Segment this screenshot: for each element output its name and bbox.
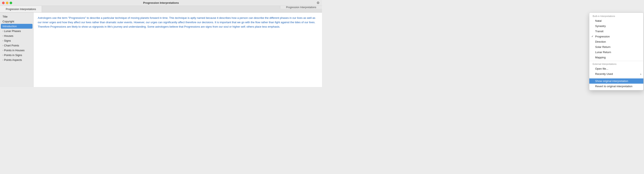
sidebar-item-lunar-phases[interactable]: › Lunar Phases <box>0 29 33 33</box>
sidebar-item-houses[interactable]: › Houses <box>0 33 33 38</box>
minimize-button[interactable] <box>6 2 8 4</box>
chevron-icon: › <box>2 59 3 61</box>
close-button[interactable] <box>2 2 4 4</box>
tab-progression-right[interactable]: Progression Interpretations <box>280 6 322 9</box>
content-text: Astrologers use the term "Progressions" … <box>38 16 318 29</box>
main-layout: Title Copyright Introduction › Lunar Pha… <box>0 12 322 87</box>
sidebar: Title Copyright Introduction › Lunar Pha… <box>0 12 34 87</box>
sidebar-item-introduction[interactable]: Introduction <box>1 24 32 29</box>
window-controls <box>2 2 12 4</box>
chevron-icon: › <box>2 35 3 37</box>
titlebar: Progression Interpretations ⚙ <box>0 0 322 6</box>
chevron-icon: › <box>2 54 3 56</box>
chevron-icon: › <box>2 49 3 51</box>
tab-bar: Progression Interpretations Progression … <box>0 6 322 12</box>
sidebar-item-chart-points[interactable]: › Chart Points <box>0 43 33 48</box>
sidebar-item-points-in-signs[interactable]: › Points in Signs <box>0 53 33 58</box>
chevron-icon: › <box>2 44 3 47</box>
sidebar-item-copyright[interactable]: Copyright <box>0 19 33 24</box>
maximize-button[interactable] <box>10 2 12 4</box>
sidebar-item-signs[interactable]: › Signs <box>0 38 33 43</box>
sidebar-item-title[interactable]: Title <box>0 14 33 19</box>
sidebar-item-points-in-houses[interactable]: › Points in Houses <box>0 48 33 53</box>
chevron-icon: › <box>2 40 3 42</box>
window-title: Progression Interpretations <box>143 1 179 4</box>
sidebar-item-points-aspects[interactable]: › Points Aspects <box>0 58 33 62</box>
content-area: Astrologers use the term "Progressions" … <box>34 12 322 87</box>
chevron-icon: › <box>2 30 3 32</box>
tab-progression-left[interactable]: Progression Interpretations <box>0 6 42 12</box>
settings-icon[interactable]: ⚙ <box>316 1 320 5</box>
